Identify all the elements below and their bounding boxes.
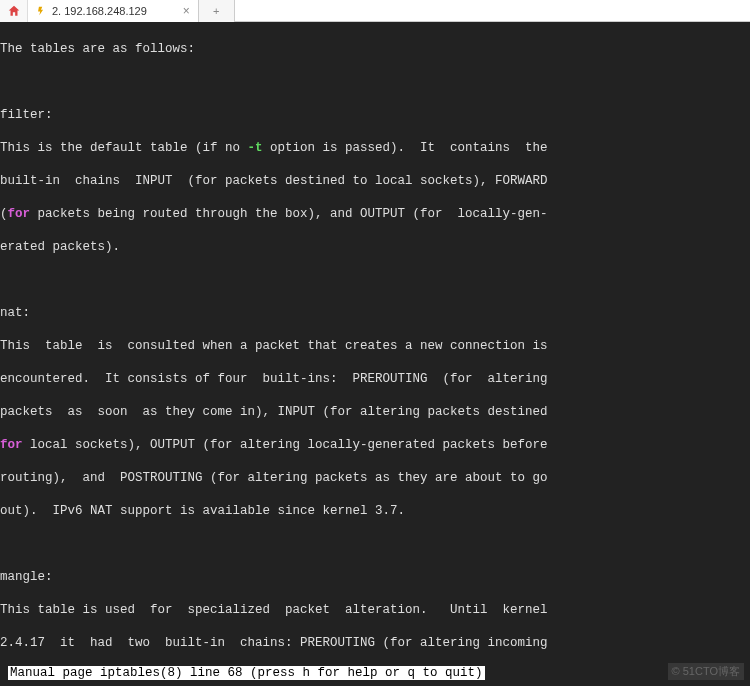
new-tab-button[interactable]: + <box>199 0 235 22</box>
tab-session[interactable]: 2. 192.168.248.129 × <box>28 0 199 22</box>
watermark: © 51CTO博客 <box>668 663 744 680</box>
man-text: 2.4.17 it had two built-in chains: PRERO… <box>0 635 750 652</box>
man-text: erated packets). <box>0 239 750 256</box>
home-icon[interactable] <box>0 0 28 22</box>
man-text: packets as soon as they come in), INPUT … <box>0 404 750 421</box>
tab-bar: 2. 192.168.248.129 × + <box>0 0 750 22</box>
man-text: This is the default table (if no -t opti… <box>0 140 750 157</box>
man-text: encountered. It consists of four built-i… <box>0 371 750 388</box>
tab-title: 2. 192.168.248.129 <box>52 5 147 17</box>
man-text: built-in chains INPUT (for packets desti… <box>0 173 750 190</box>
man-status-bar: Manual page iptables(8) line 68 (press h… <box>8 666 485 680</box>
man-text: for local sockets), OUTPUT (for altering… <box>0 437 750 454</box>
man-intro: The tables are as follows: <box>0 41 750 58</box>
man-text: This table is consulted when a packet th… <box>0 338 750 355</box>
keyword-for: for <box>0 438 23 452</box>
man-filter-head: filter: <box>0 107 750 124</box>
man-mangle-head: mangle: <box>0 569 750 586</box>
man-text: routing), and POSTROUTING (for altering … <box>0 470 750 487</box>
man-nat-head: nat: <box>0 305 750 322</box>
man-text: This table is used for specialized packe… <box>0 602 750 619</box>
terminal-viewport[interactable]: The tables are as follows: filter: This … <box>0 22 750 662</box>
man-text: out). IPv6 NAT support is available sinc… <box>0 503 750 520</box>
close-icon[interactable]: × <box>183 4 190 18</box>
lightning-icon <box>36 6 46 16</box>
keyword-for: for <box>8 207 31 221</box>
option-t: -t <box>248 141 263 155</box>
man-text: (for packets being routed through the bo… <box>0 206 750 223</box>
